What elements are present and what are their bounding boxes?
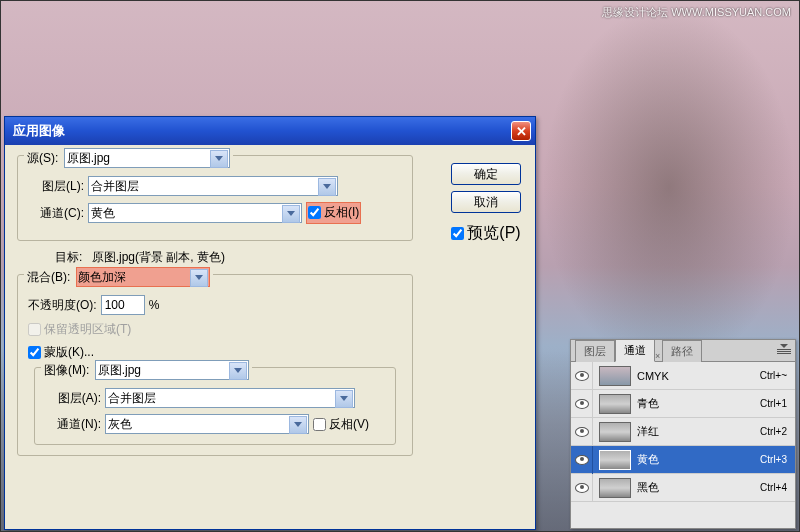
opacity-pct: % <box>149 298 160 312</box>
panel-tabs: 图层 通道 × 路径 <box>571 340 795 362</box>
channel-name: 洋红 <box>637 424 760 439</box>
tab-layers[interactable]: 图层 <box>575 340 615 362</box>
channel-shortcut: Ctrl+1 <box>760 398 795 409</box>
close-icon: ✕ <box>516 124 527 139</box>
channel-name: 黄色 <box>637 452 760 467</box>
target-label: 目标: <box>55 250 82 264</box>
channel-name: CMYK <box>637 370 760 382</box>
mask-image-select[interactable] <box>95 360 249 380</box>
mask-checkbox[interactable] <box>28 346 41 359</box>
invert-checkbox[interactable] <box>308 206 321 219</box>
channel-name: 黑色 <box>637 480 760 495</box>
channel-row-cyan[interactable]: 青色 Ctrl+1 <box>571 390 795 418</box>
preserve-trans-checkbox <box>28 323 41 336</box>
tab-close-icon[interactable]: × <box>653 351 662 361</box>
channel-shortcut: Ctrl+4 <box>760 482 795 493</box>
panel-menu-icon[interactable] <box>777 344 791 354</box>
opacity-input[interactable] <box>101 295 145 315</box>
close-button[interactable]: ✕ <box>511 121 531 141</box>
source-fieldset: 源(S): 图层(L): 通道(C): 反相(I) <box>17 155 413 241</box>
visibility-toggle[interactable] <box>571 474 593 502</box>
mask-channel-select[interactable] <box>105 414 309 434</box>
tab-channels[interactable]: 通道 <box>615 339 655 362</box>
layer-select[interactable] <box>88 176 338 196</box>
dialog-buttons: 确定 取消 预览(P) <box>451 163 521 244</box>
blend-legend: 混合(B): <box>24 267 213 287</box>
channel-row-magenta[interactable]: 洋红 Ctrl+2 <box>571 418 795 446</box>
channel-thumbnail <box>599 450 631 470</box>
apply-image-dialog: 应用图像 ✕ 源(S): 图层(L): 通道(C): <box>4 116 536 530</box>
channel-thumbnail <box>599 478 631 498</box>
visibility-toggle[interactable] <box>571 418 593 446</box>
mask-invert-checkbox[interactable] <box>313 418 326 431</box>
channel-name: 青色 <box>637 396 760 411</box>
channel-label: 通道(C): <box>28 205 84 222</box>
channel-shortcut: Ctrl+3 <box>760 454 795 465</box>
mask-invert-label[interactable]: 反相(V) <box>313 416 369 433</box>
channel-row-yellow[interactable]: 黄色 Ctrl+3 <box>571 446 795 474</box>
eye-icon <box>575 371 589 381</box>
dialog-title: 应用图像 <box>13 122 511 140</box>
mask-channel-label: 通道(N): <box>45 416 101 433</box>
layer-label: 图层(L): <box>28 178 84 195</box>
mask-checkbox-label[interactable]: 蒙版(K)... <box>28 344 94 361</box>
source-legend: 源(S): <box>24 148 233 168</box>
channel-shortcut: Ctrl+2 <box>760 426 795 437</box>
target-value: 原图.jpg(背景 副本, 黄色) <box>92 250 225 264</box>
channel-row-black[interactable]: 黑色 Ctrl+4 <box>571 474 795 502</box>
channel-select[interactable] <box>88 203 302 223</box>
channel-row-cmyk[interactable]: CMYK Ctrl+~ <box>571 362 795 390</box>
invert-highlight: 反相(I) <box>306 202 361 224</box>
mask-fieldset: 图像(M): 图层(A): 通道(N): 反相(V) <box>34 367 396 445</box>
source-select[interactable] <box>64 148 230 168</box>
blend-select[interactable] <box>76 267 210 287</box>
channel-list: CMYK Ctrl+~ 青色 Ctrl+1 洋红 Ctrl+2 黄色 Ctrl+… <box>571 362 795 528</box>
channel-thumbnail <box>599 422 631 442</box>
invert-checkbox-label[interactable]: 反相(I) <box>308 204 359 221</box>
image-legend: 图像(M): <box>41 360 252 380</box>
eye-icon <box>575 427 589 437</box>
eye-icon <box>575 399 589 409</box>
channel-shortcut: Ctrl+~ <box>760 370 795 381</box>
channel-thumbnail <box>599 394 631 414</box>
blend-fieldset: 混合(B): 不透明度(O): % 保留透明区域(T) <box>17 274 413 456</box>
preview-label[interactable]: 预览(P) <box>451 223 520 244</box>
preserve-trans-label: 保留透明区域(T) <box>28 321 131 338</box>
watermark: 思缘设计论坛 WWW.MISSYUAN.COM <box>602 5 791 20</box>
visibility-toggle[interactable] <box>571 362 593 390</box>
visibility-toggle[interactable] <box>571 390 593 418</box>
channels-panel: 图层 通道 × 路径 CMYK Ctrl+~ 青色 Ctrl+1 洋红 Ctrl… <box>570 339 796 529</box>
opacity-label: 不透明度(O): <box>28 297 97 314</box>
channel-thumbnail <box>599 366 631 386</box>
cancel-button[interactable]: 取消 <box>451 191 521 213</box>
target-row: 目标: 原图.jpg(背景 副本, 黄色) <box>55 249 523 266</box>
mask-layer-select[interactable] <box>105 388 355 408</box>
dialog-titlebar[interactable]: 应用图像 ✕ <box>5 117 535 145</box>
eye-icon <box>575 455 589 465</box>
eye-icon <box>575 483 589 493</box>
mask-layer-label: 图层(A): <box>45 390 101 407</box>
preview-checkbox[interactable] <box>451 227 464 240</box>
ok-button[interactable]: 确定 <box>451 163 521 185</box>
visibility-toggle[interactable] <box>571 446 593 474</box>
tab-paths[interactable]: 路径 <box>662 340 702 362</box>
